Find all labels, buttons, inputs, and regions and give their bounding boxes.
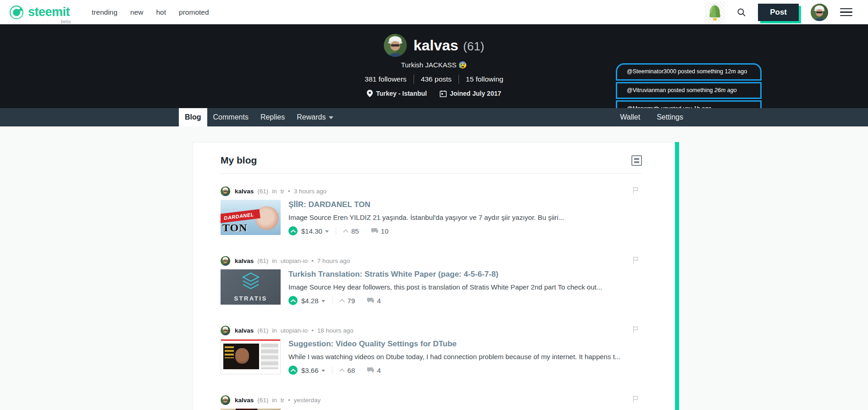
nav-promoted[interactable]: promoted (179, 8, 209, 16)
payout-amount[interactable]: $3.66 (301, 366, 319, 374)
profile-stats: 381 followers 436 posts 15 following (358, 75, 510, 84)
blog-header: My blog (221, 155, 642, 166)
nav-hot[interactable]: hot (156, 8, 166, 16)
payout-amount[interactable]: $4.28 (301, 297, 319, 305)
post-author-row: kalvas (61) in utopian-io • 7 hours ago (221, 256, 642, 266)
tab-wallet[interactable]: Wallet (620, 108, 640, 126)
post-author-row: kalvas (61) in tr • 3 hours ago (221, 186, 642, 196)
post-excerpt: Image Source Eren YILDIZ 21 yaşında. İst… (288, 213, 642, 221)
notification-time: 26m ago (714, 87, 737, 93)
author-name[interactable]: kalvas (235, 188, 254, 195)
nav-new[interactable]: new (130, 8, 143, 16)
tab-comments[interactable]: Comments (207, 108, 254, 126)
hamburger-menu-icon[interactable] (840, 6, 852, 19)
flag-icon[interactable] (633, 326, 638, 334)
layout-toggle-icon[interactable] (631, 155, 642, 166)
user-avatar[interactable] (811, 4, 828, 21)
author-name[interactable]: kalvas (235, 257, 254, 264)
followers-count[interactable]: 381 followers (358, 75, 413, 83)
post-title[interactable]: Turkish Translation: Stratis White Paper… (288, 270, 642, 279)
author-avatar[interactable] (221, 395, 230, 405)
post-thumbnail-dardanel-tuna-can[interactable]: DARDANEL TON (221, 200, 281, 235)
nav-trending[interactable]: trending (92, 8, 117, 16)
posts-count: 436 posts (414, 75, 459, 83)
vote-count-value: 79 (348, 297, 355, 305)
following-count[interactable]: 15 following (459, 75, 510, 83)
author-avatar[interactable] (221, 326, 230, 335)
comment-count[interactable]: 4 (367, 366, 381, 374)
post-thumbnail-dtube-screenshot[interactable] (221, 339, 281, 374)
flag-icon[interactable] (633, 187, 638, 195)
post-time[interactable]: 18 hours ago (317, 327, 354, 334)
community-link[interactable]: utopian-io (281, 327, 308, 334)
main-nav: trending new hot promoted (92, 8, 209, 16)
payout-amount[interactable]: $14.30 (301, 227, 322, 235)
comment-count-value: 10 (381, 227, 389, 235)
thumb-detail (221, 339, 280, 341)
top-navbar: steemit beta trending new hot promoted P… (0, 0, 868, 24)
post-text: Turkish Translation: Stratis White Paper… (288, 269, 642, 305)
author-reputation: (61) (257, 397, 268, 404)
comment-count[interactable]: 4 (367, 297, 381, 305)
accent-green-bar (675, 142, 679, 410)
post-title[interactable]: ŞİİR: DARDANEL TON (288, 200, 642, 209)
community-link[interactable]: tr (281, 188, 284, 195)
payout-caret-icon (325, 230, 329, 233)
nav-right-cluster: Post (705, 2, 852, 23)
post-title[interactable]: Suggestion: Video Quality Settings for D… (288, 339, 642, 349)
tab-replies[interactable]: Replies (254, 108, 291, 126)
post-body: STRATIS Turkish Translation: Stratis Whi… (221, 269, 642, 305)
post-time[interactable]: 7 hours ago (317, 257, 350, 264)
author-name[interactable]: kalvas (235, 397, 254, 404)
location-pin-icon (367, 90, 373, 97)
upvote-button[interactable] (288, 296, 298, 305)
post-text: Suggestion: Video Quality Settings for D… (288, 339, 642, 375)
tabs-left: Blog Comments Replies Rewards (179, 108, 339, 126)
page-title: My blog (221, 155, 257, 166)
vote-count[interactable]: 85 (343, 227, 359, 235)
tab-rewards[interactable]: Rewards (291, 108, 339, 126)
notification-item[interactable]: @Steeminator3000 posted something 12m ag… (616, 63, 762, 81)
comment-count-value: 4 (377, 366, 381, 374)
flag-icon[interactable] (633, 257, 638, 265)
community-link[interactable]: tr (281, 397, 284, 404)
post-time[interactable]: 3 hours ago (294, 188, 326, 195)
tab-settings[interactable]: Settings (657, 108, 683, 126)
notification-bell-icon[interactable] (705, 2, 725, 23)
vote-count[interactable]: 79 (339, 297, 355, 305)
post-thumbnail-stratis-logo[interactable]: STRATIS (221, 269, 281, 305)
chevron-up-icon (343, 229, 348, 233)
community-link[interactable]: utopian-io (281, 257, 308, 264)
chevron-down-icon (329, 116, 333, 119)
post-body: Suggestion: Video Quality Settings for D… (221, 339, 642, 375)
vote-count-value: 85 (351, 227, 359, 235)
post-body: DARDANEL TON ŞİİR: DARDANEL TON Image So… (221, 200, 642, 235)
post-author-row: kalvas (61) in utopian-io • 18 hours ago (221, 326, 642, 335)
upvote-button[interactable] (288, 366, 298, 375)
notification-text: @Vitruvianman posted something (627, 87, 714, 93)
author-avatar[interactable] (221, 186, 230, 196)
author-avatar[interactable] (221, 256, 230, 266)
search-icon[interactable] (737, 8, 746, 17)
chevron-up-icon (339, 299, 345, 302)
vote-count[interactable]: 68 (339, 366, 355, 374)
comment-count[interactable]: 10 (371, 227, 389, 235)
notification-item[interactable]: @Vitruvianman posted something 26m ago (616, 82, 762, 99)
tab-blog[interactable]: Blog (179, 108, 207, 126)
comment-icon (367, 367, 374, 373)
blog-post: kalvas (61) in utopian-io • 7 hours ago (221, 256, 642, 305)
vote-count-value: 68 (348, 366, 355, 374)
steemit-logo[interactable]: steemit beta (9, 5, 70, 20)
thumb-brand-band: DARDANEL (221, 209, 260, 223)
brand-name: steemit (28, 5, 70, 19)
author-reputation: (61) (257, 257, 268, 264)
profile-reputation: (61) (463, 39, 484, 53)
calendar-icon (440, 90, 447, 97)
upvote-button[interactable] (288, 226, 298, 235)
profile-bio: Turkish JACKASS 😰 (401, 61, 467, 69)
author-name[interactable]: kalvas (235, 327, 254, 334)
notification-text: @Steeminator3000 posted something 12m ag… (627, 68, 747, 75)
post-button[interactable]: Post (758, 4, 799, 21)
post-time[interactable]: yesterday (294, 397, 321, 404)
flag-icon[interactable] (633, 396, 638, 404)
